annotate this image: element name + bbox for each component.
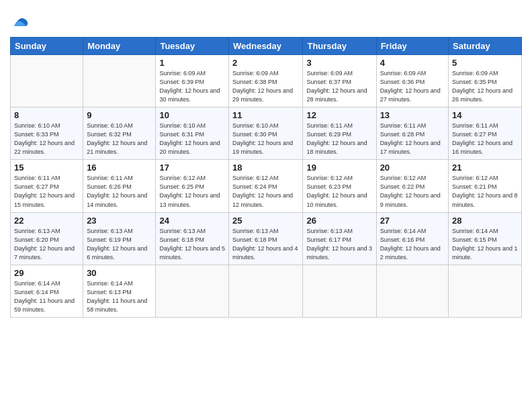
day-number: 14: [452, 110, 518, 120]
calendar-cell: 22Sunrise: 6:13 AMSunset: 6:20 PMDayligh…: [11, 212, 83, 265]
calendar-cell: 25Sunrise: 6:13 AMSunset: 6:18 PMDayligh…: [229, 212, 303, 265]
day-number: 29: [14, 268, 79, 278]
day-info: Sunrise: 6:09 AMSunset: 6:37 PMDaylight:…: [306, 69, 372, 104]
page-header: [10, 10, 522, 30]
day-info: Sunrise: 6:13 AMSunset: 6:18 PMDaylight:…: [159, 227, 225, 262]
day-number: 20: [380, 163, 445, 173]
calendar-cell: 26Sunrise: 6:13 AMSunset: 6:17 PMDayligh…: [303, 212, 376, 265]
day-number: 13: [380, 110, 445, 120]
calendar-cell: 1Sunrise: 6:09 AMSunset: 6:39 PMDaylight…: [156, 55, 229, 107]
day-info: Sunrise: 6:09 AMSunset: 6:35 PMDaylight:…: [452, 69, 518, 104]
calendar-cell: 27Sunrise: 6:14 AMSunset: 6:16 PMDayligh…: [376, 212, 448, 265]
day-info: Sunrise: 6:09 AMSunset: 6:39 PMDaylight:…: [159, 69, 225, 104]
calendar-cell: [11, 55, 83, 107]
calendar-cell: 30Sunrise: 6:14 AMSunset: 6:13 PMDayligh…: [83, 265, 156, 317]
calendar-body: 1Sunrise: 6:09 AMSunset: 6:39 PMDaylight…: [11, 55, 522, 318]
weekday-header: Friday: [376, 38, 448, 55]
day-info: Sunrise: 6:14 AMSunset: 6:16 PMDaylight:…: [380, 227, 445, 262]
day-number: 2: [232, 58, 299, 68]
day-info: Sunrise: 6:10 AMSunset: 6:30 PMDaylight:…: [232, 122, 299, 156]
calendar-week-row: 22Sunrise: 6:13 AMSunset: 6:20 PMDayligh…: [11, 212, 522, 265]
calendar-cell: 23Sunrise: 6:13 AMSunset: 6:19 PMDayligh…: [83, 212, 156, 265]
day-number: 26: [306, 216, 372, 226]
calendar-table: SundayMondayTuesdayWednesdayThursdayFrid…: [10, 37, 522, 318]
day-number: 3: [306, 58, 372, 68]
weekday-header: Monday: [83, 38, 156, 55]
day-number: 28: [452, 216, 518, 226]
calendar-cell: 10Sunrise: 6:10 AMSunset: 6:31 PMDayligh…: [156, 107, 229, 160]
day-info: Sunrise: 6:13 AMSunset: 6:20 PMDaylight:…: [14, 227, 79, 262]
calendar-cell: [376, 265, 448, 317]
calendar-cell: [156, 265, 229, 317]
calendar-cell: 3Sunrise: 6:09 AMSunset: 6:37 PMDaylight…: [303, 55, 376, 107]
day-info: Sunrise: 6:13 AMSunset: 6:18 PMDaylight:…: [232, 227, 299, 262]
calendar-cell: 21Sunrise: 6:12 AMSunset: 6:21 PMDayligh…: [449, 160, 522, 212]
day-number: 24: [159, 216, 225, 226]
calendar-cell: 2Sunrise: 6:09 AMSunset: 6:38 PMDaylight…: [229, 55, 303, 107]
calendar-cell: 17Sunrise: 6:12 AMSunset: 6:25 PMDayligh…: [156, 160, 229, 212]
logo-icon: [10, 10, 30, 30]
weekday-header: Saturday: [449, 38, 522, 55]
day-number: 27: [380, 216, 445, 226]
calendar-cell: 11Sunrise: 6:10 AMSunset: 6:30 PMDayligh…: [229, 107, 303, 160]
calendar-cell: 13Sunrise: 6:11 AMSunset: 6:28 PMDayligh…: [376, 107, 448, 160]
weekday-header: Tuesday: [156, 38, 229, 55]
day-number: 30: [87, 268, 152, 278]
day-number: 22: [14, 216, 79, 226]
day-info: Sunrise: 6:10 AMSunset: 6:31 PMDaylight:…: [159, 122, 225, 156]
day-info: Sunrise: 6:11 AMSunset: 6:27 PMDaylight:…: [452, 122, 518, 156]
calendar-cell: 20Sunrise: 6:12 AMSunset: 6:22 PMDayligh…: [376, 160, 448, 212]
day-info: Sunrise: 6:11 AMSunset: 6:27 PMDaylight:…: [14, 174, 79, 209]
calendar-cell: [229, 265, 303, 317]
day-number: 10: [159, 110, 225, 120]
weekday-header: Thursday: [303, 38, 376, 55]
calendar-cell: [83, 55, 156, 107]
day-number: 16: [87, 163, 152, 173]
calendar-cell: [303, 265, 376, 317]
weekday-header: Sunday: [11, 38, 83, 55]
day-number: 9: [87, 110, 152, 120]
calendar-cell: 29Sunrise: 6:14 AMSunset: 6:14 PMDayligh…: [11, 265, 83, 317]
day-number: 4: [380, 58, 445, 68]
day-info: Sunrise: 6:14 AMSunset: 6:14 PMDaylight:…: [14, 279, 79, 314]
day-number: 23: [87, 216, 152, 226]
calendar-header-row: SundayMondayTuesdayWednesdayThursdayFrid…: [11, 38, 522, 55]
day-info: Sunrise: 6:10 AMSunset: 6:32 PMDaylight:…: [87, 122, 152, 156]
calendar-cell: 24Sunrise: 6:13 AMSunset: 6:18 PMDayligh…: [156, 212, 229, 265]
calendar-week-row: 8Sunrise: 6:10 AMSunset: 6:33 PMDaylight…: [11, 107, 522, 160]
calendar-cell: 14Sunrise: 6:11 AMSunset: 6:27 PMDayligh…: [449, 107, 522, 160]
day-info: Sunrise: 6:11 AMSunset: 6:26 PMDaylight:…: [87, 174, 152, 209]
calendar-cell: 19Sunrise: 6:12 AMSunset: 6:23 PMDayligh…: [303, 160, 376, 212]
weekday-header: Wednesday: [229, 38, 303, 55]
day-number: 21: [452, 163, 518, 173]
day-number: 17: [159, 163, 225, 173]
day-number: 25: [232, 216, 299, 226]
calendar-cell: 4Sunrise: 6:09 AMSunset: 6:36 PMDaylight…: [376, 55, 448, 107]
calendar-week-row: 15Sunrise: 6:11 AMSunset: 6:27 PMDayligh…: [11, 160, 522, 212]
calendar-cell: 9Sunrise: 6:10 AMSunset: 6:32 PMDaylight…: [83, 107, 156, 160]
day-number: 19: [306, 163, 372, 173]
calendar-cell: 12Sunrise: 6:11 AMSunset: 6:29 PMDayligh…: [303, 107, 376, 160]
day-info: Sunrise: 6:11 AMSunset: 6:29 PMDaylight:…: [306, 122, 372, 156]
day-number: 5: [452, 58, 518, 68]
calendar-week-row: 29Sunrise: 6:14 AMSunset: 6:14 PMDayligh…: [11, 265, 522, 317]
day-number: 1: [159, 58, 225, 68]
calendar-cell: 8Sunrise: 6:10 AMSunset: 6:33 PMDaylight…: [11, 107, 83, 160]
day-info: Sunrise: 6:14 AMSunset: 6:13 PMDaylight:…: [87, 279, 152, 314]
day-number: 8: [14, 110, 79, 120]
day-info: Sunrise: 6:09 AMSunset: 6:38 PMDaylight:…: [232, 69, 299, 104]
day-number: 18: [232, 163, 299, 173]
calendar-cell: [449, 265, 522, 317]
calendar-cell: 28Sunrise: 6:14 AMSunset: 6:15 PMDayligh…: [449, 212, 522, 265]
day-number: 12: [306, 110, 372, 120]
day-info: Sunrise: 6:12 AMSunset: 6:25 PMDaylight:…: [159, 174, 225, 209]
day-number: 11: [232, 110, 299, 120]
calendar-cell: 18Sunrise: 6:12 AMSunset: 6:24 PMDayligh…: [229, 160, 303, 212]
day-number: 15: [14, 163, 79, 173]
day-info: Sunrise: 6:14 AMSunset: 6:15 PMDaylight:…: [452, 227, 518, 262]
calendar-cell: 15Sunrise: 6:11 AMSunset: 6:27 PMDayligh…: [11, 160, 83, 212]
day-info: Sunrise: 6:12 AMSunset: 6:22 PMDaylight:…: [380, 174, 445, 209]
day-info: Sunrise: 6:12 AMSunset: 6:23 PMDaylight:…: [306, 174, 372, 209]
calendar-cell: 5Sunrise: 6:09 AMSunset: 6:35 PMDaylight…: [449, 55, 522, 107]
day-info: Sunrise: 6:09 AMSunset: 6:36 PMDaylight:…: [380, 69, 445, 104]
